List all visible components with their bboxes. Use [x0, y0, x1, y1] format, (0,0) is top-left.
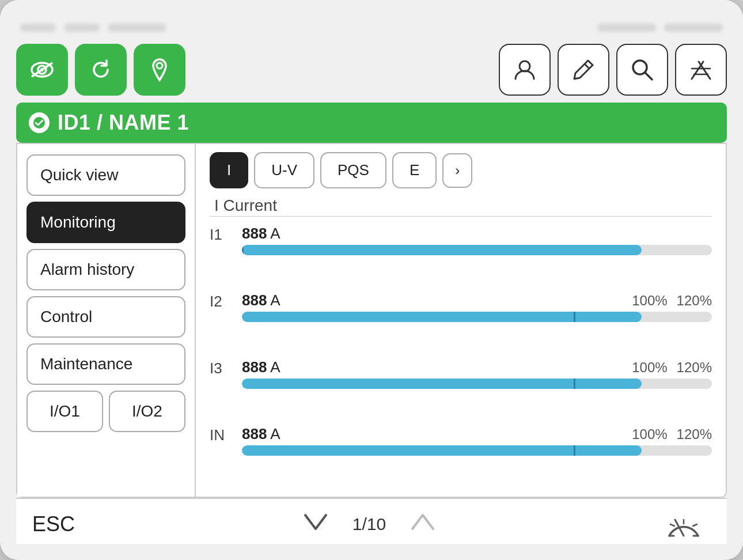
tab-UV[interactable]: U-V — [254, 152, 314, 188]
row-value-IN: 888 A — [242, 425, 280, 443]
row-content-I1: 888 A — [242, 225, 712, 255]
row-label-I3: I3 — [210, 358, 233, 377]
gauge-icon — [664, 507, 704, 542]
row-value-line-I1: 888 A — [242, 225, 712, 243]
nav-up-button[interactable] — [409, 510, 437, 539]
device-header: ID1 / NAME 1 — [16, 103, 727, 143]
status-item-1 — [21, 24, 55, 32]
main-content: Quick view Monitoring Alarm history Cont… — [16, 143, 727, 498]
current-row-I1: I1 888 A — [210, 225, 712, 288]
bar-track-I3 — [242, 379, 712, 389]
sidebar-item-alarm-history[interactable]: Alarm history — [26, 249, 185, 290]
bar-track-IN — [242, 445, 712, 456]
bar-marker-100-I3 — [574, 379, 575, 389]
row-content-I3: 888 A 100% 120% — [242, 358, 712, 389]
bar-fill-I2 — [242, 312, 642, 322]
sidebar-item-quick-view[interactable]: Quick view — [26, 154, 185, 196]
bar-track-I1 — [242, 245, 712, 255]
tab-more[interactable]: › — [442, 153, 472, 188]
row-value-I1: 888 A — [242, 225, 280, 243]
sidebar: Quick view Monitoring Alarm history Cont… — [17, 144, 196, 497]
tab-I[interactable]: I — [210, 152, 248, 188]
location-button[interactable] — [134, 44, 185, 96]
top-bar-left — [21, 24, 166, 32]
io1-button[interactable]: I/O1 — [26, 391, 103, 432]
bar-track-I2 — [242, 312, 712, 322]
row-value-line-IN: 888 A 100% 120% — [242, 425, 712, 443]
row-value-line-I2: 888 A 100% 120% — [242, 292, 712, 309]
bottom-nav: 1/10 — [302, 510, 437, 539]
sidebar-item-monitoring[interactable]: Monitoring — [26, 202, 185, 243]
sidebar-item-maintenance[interactable]: Maintenance — [26, 343, 185, 385]
right-panel: I U-V PQS E › I Current I1 888 A — [196, 144, 726, 497]
row-content-IN: 888 A 100% 120% — [242, 425, 712, 456]
status-item-2 — [65, 24, 99, 32]
tab-bar: I U-V PQS E › — [210, 152, 712, 188]
section-title: I Current — [210, 194, 712, 217]
row-content-I2: 888 A 100% 120% — [242, 292, 712, 322]
row-percents-I3: 100% 120% — [632, 360, 712, 376]
bar-fill-IN — [242, 445, 642, 456]
tab-PQS[interactable]: PQS — [320, 152, 386, 188]
svg-line-7 — [645, 73, 652, 80]
bar-fill-I1 — [242, 245, 642, 255]
toolbar-right — [499, 44, 727, 96]
row-label-I1: I1 — [210, 225, 233, 244]
status-item-3 — [108, 24, 166, 32]
tools-button[interactable] — [675, 44, 727, 96]
current-row-I2: I2 888 A 100% 120% — [210, 292, 712, 355]
svg-point-3 — [157, 63, 162, 69]
svg-line-18 — [693, 524, 697, 526]
current-rows: I1 888 A — [210, 225, 712, 489]
bar-marker-100-I2 — [574, 312, 575, 322]
svg-line-5 — [585, 64, 589, 69]
top-bar-right — [598, 24, 722, 32]
page-indicator: 1/10 — [352, 514, 386, 534]
svg-point-4 — [520, 61, 530, 71]
status-item-5 — [665, 24, 722, 32]
profile-button[interactable] — [499, 44, 551, 96]
row-percents-IN: 100% 120% — [632, 426, 712, 442]
status-check-circle — [29, 112, 50, 133]
current-row-I3: I3 888 A 100% 120% — [210, 358, 712, 422]
row-label-I2: I2 — [210, 292, 233, 311]
edit-button[interactable] — [558, 44, 609, 96]
bar-marker-100-IN — [574, 445, 575, 456]
row-label-IN: IN — [210, 425, 233, 444]
bar-marker-100-I1 — [242, 245, 244, 255]
top-bar — [16, 16, 727, 39]
search-button[interactable] — [616, 44, 668, 96]
toolbar-left — [16, 44, 185, 96]
io-buttons-row: I/O1 I/O2 — [26, 391, 185, 432]
svg-line-8 — [692, 62, 703, 79]
refresh-button[interactable] — [75, 44, 127, 96]
svg-line-16 — [670, 524, 674, 526]
current-row-IN: IN 888 A 100% 120% — [210, 425, 712, 489]
tab-E[interactable]: E — [392, 152, 437, 188]
esc-button[interactable]: ESC — [32, 512, 75, 536]
bottom-bar: ESC 1/10 — [16, 498, 727, 544]
eye-button[interactable] — [16, 44, 68, 96]
row-value-line-I3: 888 A 100% 120% — [242, 358, 712, 376]
nav-down-button[interactable] — [302, 510, 329, 539]
bar-fill-I3 — [242, 379, 642, 389]
row-percents-I2: 100% 120% — [632, 293, 712, 309]
toolbar-row — [16, 44, 727, 96]
row-value-I2: 888 A — [242, 292, 280, 309]
sidebar-item-control[interactable]: Control — [26, 296, 185, 338]
device-frame: ID1 / NAME 1 Quick view Monitoring Alarm… — [0, 0, 743, 560]
svg-line-9 — [699, 62, 710, 79]
row-value-I3: 888 A — [242, 358, 280, 376]
device-id-label: ID1 / NAME 1 — [58, 111, 189, 135]
status-item-4 — [598, 24, 655, 32]
io2-button[interactable]: I/O2 — [109, 391, 185, 432]
